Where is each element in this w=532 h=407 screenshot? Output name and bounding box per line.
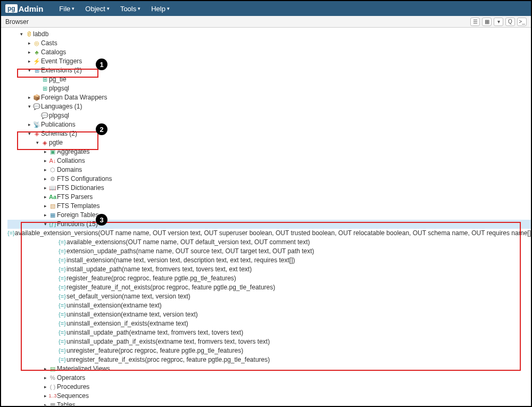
node-function-item[interactable]: {=}set_default_version(name text, versio… (7, 292, 531, 301)
function-label: register_feature_if_not_exists(proc regp… (66, 283, 275, 292)
node-function-item[interactable]: {=}available_extensions(OUT name name, O… (7, 238, 531, 247)
node-fts-conf[interactable]: ▸⚙FTS Configurations (7, 175, 531, 184)
function-icon: {=} (58, 238, 66, 247)
node-functions[interactable]: ▾{ƒ}Functions (15) (7, 220, 531, 229)
menu-object[interactable]: Object▾ (80, 5, 115, 13)
chevron-down-icon: ▾ (138, 6, 140, 11)
function-label: available_extensions(OUT name name, OUT … (66, 238, 310, 247)
function-icon: {=} (58, 346, 66, 355)
fts-parser-icon: Aa (48, 193, 57, 202)
node-schemas[interactable]: ▾◈Schemas (2) (7, 129, 531, 138)
function-label: unregister_feature_if_exists(proc regpro… (66, 355, 270, 364)
app-logo: pg Admin (5, 4, 43, 13)
node-fts-templates[interactable]: ▸▧FTS Templates (7, 202, 531, 211)
grid-button[interactable]: ▦ (482, 18, 492, 26)
catalogs-icon: ♣ (32, 48, 41, 57)
node-ext-pgtle[interactable]: ▸⊞pg_tle (7, 75, 531, 84)
function-label: install_extension(name text, version tex… (66, 256, 295, 265)
menu-help[interactable]: Help▾ (146, 5, 175, 13)
toolbar: ☰ ▦ ▾ Q >_ (470, 18, 527, 26)
node-foreign-tables[interactable]: ▸▦Foreign Tables (7, 211, 531, 220)
domains-icon: ⬡ (48, 165, 57, 175)
node-function-item[interactable]: {=}uninstall_extension(extname text, ver… (7, 310, 531, 319)
function-icon: {=} (58, 328, 66, 337)
function-label: uninstall_update_path_if_exists(extname … (66, 337, 270, 346)
sequences-icon: 1..3 (48, 392, 57, 401)
fts-template-icon: ▧ (48, 202, 57, 211)
node-collations[interactable]: ▸A↓Collations (7, 156, 531, 165)
node-ext-plpgsql[interactable]: ▸⊞plpgsql (7, 84, 531, 93)
functions-icon: {ƒ} (48, 220, 57, 229)
main-menu: File▾ Object▾ Tools▾ Help▾ (54, 5, 175, 13)
extension-icon: ⊞ (40, 75, 49, 84)
node-database[interactable]: ▾🛢labdb (7, 30, 531, 39)
node-function-item[interactable]: {=}uninstall_update_path_if_exists(extna… (7, 337, 531, 346)
function-label: uninstall_extension_if_exists(extname te… (66, 319, 188, 328)
filter-button[interactable]: ▾ (494, 18, 503, 26)
fts-config-icon: ⚙ (48, 175, 57, 184)
chevron-down-icon: ▾ (167, 6, 170, 11)
function-icon: {=} (58, 256, 66, 265)
node-function-item[interactable]: {=}unregister_feature_if_exists(proc reg… (7, 355, 531, 364)
node-sequences[interactable]: ▸1..3Sequences (7, 392, 531, 401)
publications-icon: 📡 (32, 120, 41, 129)
language-icon: 💬 (40, 111, 49, 120)
function-label: uninstall_extension(extname text) (66, 301, 162, 310)
function-label: extension_update_paths(name name, OUT so… (66, 247, 314, 256)
node-function-item[interactable]: {=}uninstall_extension_if_exists(extname… (7, 319, 531, 328)
node-function-item[interactable]: {=}register_feature(proc regproc, featur… (7, 274, 531, 283)
object-tree[interactable]: ▾🛢labdb ▸◎Casts ▸♣Catalogs ▸⚡Event Trigg… (1, 28, 531, 405)
schemas-icon: ◈ (32, 129, 41, 138)
fts-dict-icon: 📖 (48, 184, 57, 193)
node-operators[interactable]: ▸%Operators (7, 373, 531, 383)
menu-tools[interactable]: Tools▾ (115, 5, 146, 13)
node-publications[interactable]: ▸📡Publications (7, 120, 531, 129)
node-extensions[interactable]: ▾⊞Extensions (2) (7, 66, 531, 75)
database-icon: 🛢 (24, 30, 33, 39)
casts-icon: ◎ (32, 39, 41, 48)
node-function-item[interactable]: {=}register_feature_if_not_exists(proc r… (7, 283, 531, 292)
node-function-item[interactable]: {=}available_extension_versions(OUT name… (7, 229, 531, 238)
function-label: install_update_path(name text, fromvers … (66, 265, 252, 274)
node-mat-views[interactable]: ▸▤Materialized Views (7, 364, 531, 373)
properties-button[interactable]: ☰ (470, 18, 480, 26)
node-lang-plpgsql[interactable]: ▸💬plpgsql (7, 111, 531, 120)
function-label: uninstall_extension(extname text, versio… (66, 310, 198, 319)
function-icon: {=} (58, 247, 66, 256)
node-aggregates[interactable]: ▸▣Aggregates (7, 147, 531, 156)
collations-icon: A↓ (48, 156, 57, 165)
chevron-down-icon: ▾ (107, 6, 110, 11)
node-fdw[interactable]: ▸📦Foreign Data Wrappers (7, 93, 531, 102)
node-fts-dict[interactable]: ▸📖FTS Dictionaries (7, 184, 531, 193)
extensions-icon: ⊞ (32, 66, 41, 75)
fdw-icon: 📦 (32, 93, 41, 102)
node-event-triggers[interactable]: ▸⚡Event Triggers (7, 57, 531, 66)
node-function-item[interactable]: {=}extension_update_paths(name name, OUT… (7, 247, 531, 256)
node-function-item[interactable]: {=}uninstall_extension(extname text) (7, 301, 531, 310)
function-icon: {=} (7, 229, 15, 238)
function-icon: {=} (58, 283, 66, 292)
function-icon: {=} (58, 274, 66, 283)
node-function-item[interactable]: {=}install_extension(name text, version … (7, 256, 531, 265)
node-languages[interactable]: ▾💬Languages (1) (7, 102, 531, 111)
node-domains[interactable]: ▸⬡Domains (7, 165, 531, 175)
node-function-item[interactable]: {=}uninstall_update_path(extname text, f… (7, 328, 531, 337)
node-catalogs[interactable]: ▸♣Catalogs (7, 48, 531, 57)
function-icon: {=} (58, 265, 66, 274)
foreign-tables-icon: ▦ (48, 211, 57, 220)
node-tables[interactable]: ▸▦Tables (7, 401, 531, 405)
node-function-item[interactable]: {=}unregister_feature(proc regproc, feat… (7, 346, 531, 355)
node-schema-pgtle[interactable]: ▾◈pgtle (7, 138, 531, 147)
aggregates-icon: ▣ (48, 147, 57, 156)
search-button[interactable]: Q (505, 18, 515, 26)
node-function-item[interactable]: {=}install_update_path(name text, fromve… (7, 265, 531, 274)
menu-file[interactable]: File▾ (54, 5, 80, 13)
function-icon: {=} (58, 337, 66, 346)
mat-views-icon: ▤ (48, 364, 57, 373)
logo-text: Admin (19, 4, 44, 13)
node-procedures[interactable]: ▸( )Procedures (7, 383, 531, 392)
procedures-icon: ( ) (48, 383, 57, 392)
node-casts[interactable]: ▸◎Casts (7, 39, 531, 48)
node-fts-parsers[interactable]: ▸AaFTS Parsers (7, 193, 531, 202)
terminal-button[interactable]: >_ (517, 18, 527, 26)
